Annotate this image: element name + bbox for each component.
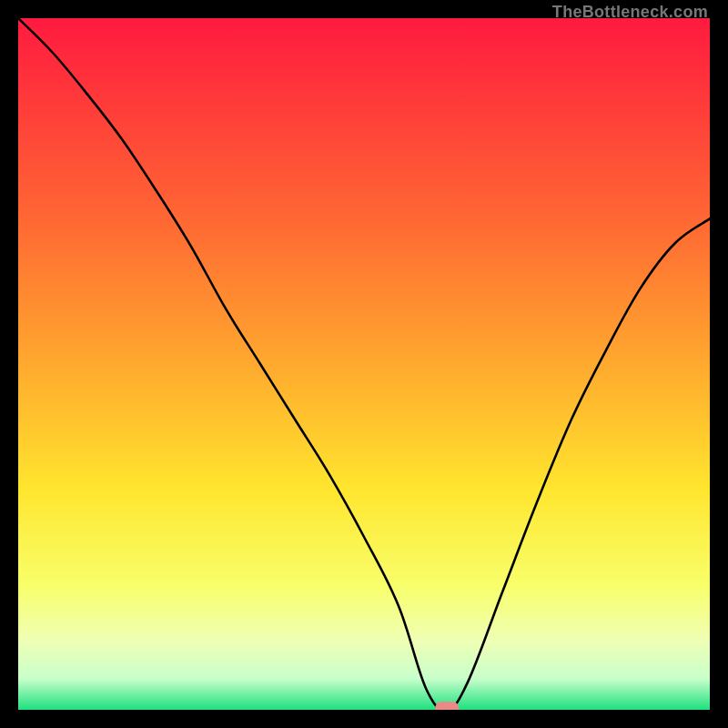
minimum-marker bbox=[435, 702, 459, 710]
chart-svg bbox=[18, 18, 710, 710]
plot-area bbox=[18, 18, 710, 710]
svg-rect-0 bbox=[18, 18, 710, 710]
chart-container: TheBottleneck.com bbox=[0, 0, 728, 728]
